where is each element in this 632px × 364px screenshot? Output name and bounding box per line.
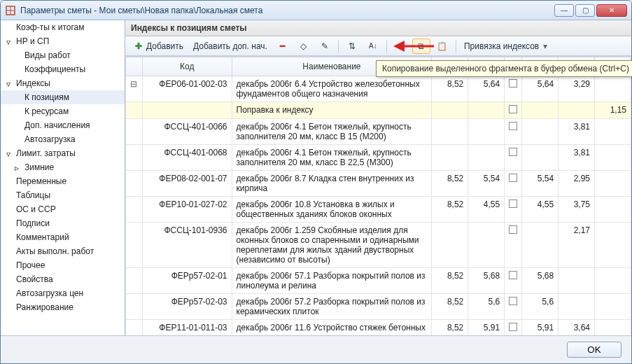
row-checkbox[interactable] bbox=[509, 79, 517, 88]
table-row[interactable]: ФЕР08-02-001-07декабрь 2006г 8.7 Кладка … bbox=[126, 171, 631, 197]
cell-check[interactable] bbox=[505, 268, 522, 294]
sidebar-item[interactable]: Комментарий bbox=[1, 230, 125, 244]
sidebar-item[interactable]: Коэффициенты bbox=[1, 62, 125, 76]
close-button[interactable]: ✕ bbox=[596, 4, 627, 17]
remove-button[interactable]: ━ bbox=[274, 38, 292, 54]
cell-code bbox=[142, 102, 232, 119]
sidebar-item-label: Лимит. затраты bbox=[16, 148, 76, 158]
sidebar-item[interactable]: Ранжирование bbox=[1, 300, 125, 314]
sidebar-item[interactable]: Акты выполн. работ bbox=[1, 244, 125, 258]
cell-num bbox=[468, 102, 505, 119]
cell-check[interactable] bbox=[505, 102, 522, 119]
sidebar-item[interactable]: К позициям bbox=[1, 90, 125, 104]
add-extra-button[interactable]: Добавить доп. нач. bbox=[190, 39, 271, 53]
cell-num: 3,29 bbox=[559, 76, 595, 102]
row-expander[interactable] bbox=[126, 145, 143, 171]
row-expander[interactable] bbox=[126, 294, 143, 320]
maximize-button[interactable]: ▢ bbox=[575, 4, 595, 17]
tree-toggle-icon[interactable]: ▿ bbox=[6, 37, 13, 44]
sidebar-item[interactable]: К ресурсам bbox=[1, 104, 125, 118]
cell-check[interactable] bbox=[505, 223, 522, 268]
edit-button[interactable]: ✎ bbox=[316, 38, 334, 54]
panel-title: Индексы к позициям сметы bbox=[125, 20, 631, 36]
sidebar-item[interactable]: Доп. начисления bbox=[1, 118, 125, 132]
tree-toggle-icon[interactable]: ▿ bbox=[6, 79, 13, 86]
tree-toggle-icon[interactable]: ▹ bbox=[15, 163, 22, 170]
bind-indexes-button[interactable]: Привязка индексов▾ bbox=[461, 39, 551, 53]
sidebar-item[interactable]: Прочее bbox=[1, 258, 125, 272]
sidebar-item[interactable]: Коэф-ты к итогам bbox=[1, 20, 125, 34]
row-checkbox[interactable] bbox=[509, 122, 517, 130]
row-expander[interactable] bbox=[126, 102, 143, 119]
add-button[interactable]: ✚ Добавить bbox=[129, 38, 187, 54]
cell-check[interactable] bbox=[505, 171, 522, 197]
table-row[interactable]: ФССЦ-401-0068декабрь 2006г 4.1 Бетон тяж… bbox=[126, 145, 631, 171]
paste-button[interactable]: 📋 bbox=[433, 38, 451, 54]
sidebar-item[interactable]: Автозагрузка цен bbox=[1, 286, 125, 300]
sidebar-item[interactable]: ▹Зимние bbox=[1, 160, 125, 174]
row-expander[interactable] bbox=[126, 197, 143, 223]
sort-az-icon: A↓ bbox=[367, 41, 379, 52]
row-checkbox[interactable] bbox=[509, 297, 517, 305]
sort-desc-button[interactable]: A↓ bbox=[364, 38, 382, 54]
sidebar-item-label: НР и СП bbox=[16, 36, 49, 46]
cell-check[interactable] bbox=[505, 197, 522, 223]
sidebar-item[interactable]: Переменные bbox=[1, 174, 125, 188]
row-expander[interactable] bbox=[126, 119, 143, 145]
cell-num bbox=[595, 119, 631, 145]
table-row[interactable]: ФССЦ-401-0066декабрь 2006г 4.1 Бетон тяж… bbox=[126, 119, 631, 145]
table-row[interactable]: ФЕРр57-02-01декабрь 2006г 57.1 Разборка … bbox=[126, 268, 631, 294]
erase-button[interactable]: ◇ bbox=[295, 38, 313, 54]
row-checkbox[interactable] bbox=[509, 148, 517, 156]
sidebar-item[interactable]: ОС и ССР bbox=[1, 202, 125, 216]
index-grid[interactable]: Код Наименование И ⊟ФЕР06-01-002-03декаб… bbox=[125, 56, 631, 335]
cell-num bbox=[595, 145, 631, 171]
cell-check[interactable] bbox=[505, 294, 522, 320]
sidebar-item[interactable]: Автозагрузка bbox=[1, 132, 125, 146]
sidebar-item[interactable]: Подписи bbox=[1, 216, 125, 230]
row-checkbox[interactable] bbox=[509, 105, 517, 113]
sort-asc-button[interactable]: ⇅ bbox=[343, 38, 361, 54]
minus-icon: ━ bbox=[277, 41, 288, 52]
sidebar-tree[interactable]: Коэф-ты к итогам▿НР и СПВиды работКоэффи… bbox=[1, 20, 125, 335]
sidebar-item[interactable]: ▿Индексы bbox=[1, 76, 125, 90]
sidebar-item[interactable]: ▿НР и СП bbox=[1, 34, 125, 48]
row-checkbox[interactable] bbox=[509, 225, 517, 234]
row-checkbox[interactable] bbox=[509, 200, 517, 208]
minimize-button[interactable]: — bbox=[554, 4, 574, 17]
col-code[interactable]: Код bbox=[142, 57, 232, 76]
cell-num: 1,15 bbox=[595, 102, 631, 119]
table-row[interactable]: ФЕРр57-02-03декабрь 2006г 57.2 Разборка … bbox=[126, 294, 631, 320]
row-expander[interactable] bbox=[126, 268, 143, 294]
copy-button[interactable]: ⧉ bbox=[412, 38, 430, 54]
cell-check[interactable] bbox=[505, 145, 522, 171]
row-checkbox[interactable] bbox=[509, 174, 517, 182]
cell-code: ФЕРр57-02-01 bbox=[142, 268, 232, 294]
sidebar-item[interactable]: Виды работ bbox=[1, 48, 125, 62]
table-row[interactable]: ⊟ФЕР06-01-002-03декабрь 2006г 6.4 Устрой… bbox=[126, 76, 631, 102]
row-checkbox[interactable] bbox=[509, 323, 517, 331]
sidebar-item[interactable]: Свойства bbox=[1, 272, 125, 286]
cell-check[interactable] bbox=[505, 119, 522, 145]
row-expander[interactable] bbox=[126, 223, 143, 268]
table-row[interactable]: ФССЦ-101-0936декабрь 2006г 1.259 Скобяны… bbox=[126, 223, 631, 268]
sidebar-item[interactable]: Таблицы bbox=[1, 188, 125, 202]
tree-toggle-icon[interactable]: ▿ bbox=[6, 149, 13, 156]
cell-num: 4,55 bbox=[522, 197, 559, 223]
cell-num bbox=[595, 268, 631, 294]
row-checkbox[interactable] bbox=[509, 271, 517, 279]
cell-check[interactable] bbox=[505, 320, 522, 336]
ok-button[interactable]: OK bbox=[567, 342, 622, 358]
row-expander[interactable] bbox=[126, 320, 143, 336]
row-expander[interactable]: ⊟ bbox=[126, 76, 143, 102]
table-row[interactable]: ФЕР11-01-011-03декабрь 2006г 11.6 Устрой… bbox=[126, 320, 631, 336]
cell-num: 5,54 bbox=[522, 171, 559, 197]
row-expander[interactable] bbox=[126, 171, 143, 197]
cut-button[interactable]: ✂ bbox=[391, 38, 409, 54]
cell-num: 8,52 bbox=[432, 197, 468, 223]
table-row[interactable]: Поправка к индексу1,15 bbox=[126, 102, 631, 119]
sidebar-item-label: ОС и ССР bbox=[16, 204, 56, 214]
table-row[interactable]: ФЕР10-01-027-02декабрь 2006г 10.8 Устано… bbox=[126, 197, 631, 223]
sidebar-item[interactable]: ▿Лимит. затраты bbox=[1, 146, 125, 160]
cell-check[interactable] bbox=[505, 76, 522, 102]
